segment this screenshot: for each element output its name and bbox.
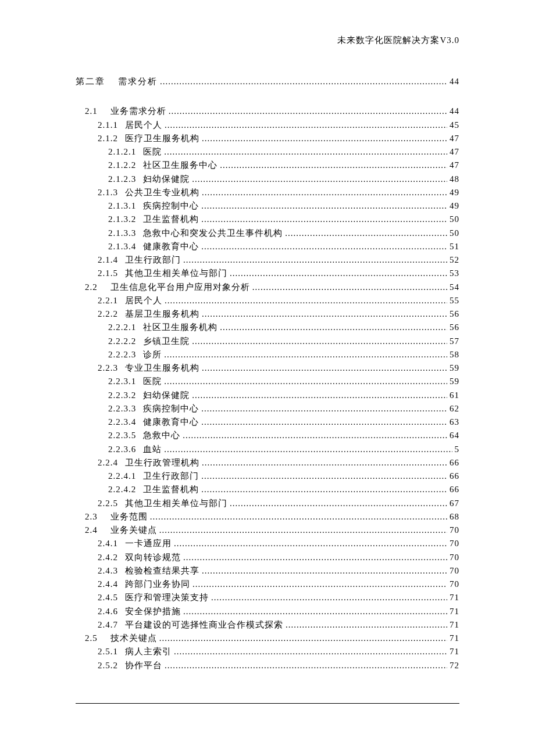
toc-entry-page: 66: [450, 470, 459, 483]
toc-entry-page: 44: [450, 75, 459, 88]
toc-leader-dots: [165, 119, 447, 132]
toc-entry-title: 检验检查结果共享: [125, 564, 199, 578]
toc-leader-dots: [174, 645, 447, 658]
toc-entry-title: 技术关键点: [110, 632, 157, 645]
toc-entry: 2.1.3.3急救中心和突发公共卫生事件机构50: [108, 227, 459, 240]
toc-entry-page: 5: [455, 443, 460, 456]
toc-entry-page: 54: [450, 281, 459, 294]
toc-entry-number: 2.2.5: [98, 497, 118, 510]
toc-leader-dots: [150, 510, 447, 524]
toc-entry-number: 2.1: [85, 105, 98, 118]
toc-leader-dots: [230, 267, 447, 280]
toc-entry-page: 50: [450, 213, 459, 226]
toc-entry-number: 2.2.3.3: [108, 402, 136, 415]
toc-leader-dots: [159, 632, 447, 645]
toc-entry: 2.1.4卫生行政部门52: [98, 253, 459, 267]
toc-leader-dots: [192, 578, 447, 591]
toc-entry-title: 公共卫生专业机构: [125, 186, 199, 199]
toc-entry-title: 妇幼保健院: [143, 389, 190, 402]
toc-leader-dots: [202, 132, 447, 145]
toc-entry-number: 2.4.6: [98, 605, 118, 618]
toc-entry-title: 需求分析: [118, 75, 158, 88]
toc-entry-number: 2.4.3: [98, 564, 118, 578]
toc-entry-page: 70: [450, 564, 459, 578]
toc-leader-dots: [164, 375, 447, 388]
toc-entry-number: 2.4.1: [98, 537, 118, 550]
footer-rule: [76, 703, 459, 704]
toc-leader-dots: [202, 564, 447, 578]
toc-entry-page: 45: [450, 119, 459, 132]
toc-entry-page: 70: [450, 537, 459, 550]
toc-entry: 2.2.3.6血站5: [108, 443, 459, 456]
toc-entry: 2.1.3公共卫生专业机构49: [98, 186, 459, 199]
toc-entry-title: 健康教育中心: [143, 415, 199, 429]
toc-entry-title: 其他卫生相关单位与部门: [125, 497, 227, 510]
toc-entry-page: 57: [450, 335, 459, 348]
toc-entry-number: 2.1.2.1: [108, 145, 136, 159]
toc-entry-title: 疾病控制中心: [143, 199, 199, 213]
toc-entry-number: 2.2.3.2: [108, 389, 136, 402]
toc-entry: 2.4.5医疗和管理决策支持71: [98, 591, 459, 604]
toc-leader-dots: [159, 524, 447, 537]
document-page: 未来数字化医院解决方案V3.0 第二章需求分析442.1业务需求分析442.1.…: [0, 0, 535, 719]
toc-entry-title: 卫生信息化平台用户应用对象分析: [110, 281, 250, 294]
toc-entry: 2.4.4跨部门业务协同70: [98, 578, 459, 591]
toc-entry-title: 社区卫生服务中心: [143, 159, 217, 172]
toc-entry-number: 2.1.3.3: [108, 227, 136, 240]
toc-leader-dots: [165, 659, 447, 672]
toc-entry-number: 2.2.3.1: [108, 375, 136, 388]
toc-entry: 2.5技术关键点71: [85, 632, 459, 645]
toc-entry-title: 妇幼保健院: [143, 173, 190, 186]
toc-entry-number: 2.2.3.5: [108, 429, 136, 442]
toc-leader-dots: [165, 294, 447, 307]
toc-entry: 2.2.4卫生行政管理机构66: [98, 456, 459, 470]
toc-leader-dots: [252, 281, 447, 294]
toc-entry-page: 66: [450, 456, 459, 470]
toc-leader-dots: [220, 159, 447, 172]
toc-entry-title: 卫生监督机构: [143, 483, 199, 496]
toc-entry: 2.2.3.3疾病控制中心62: [108, 402, 459, 415]
toc-entry-number: 第二章: [76, 75, 105, 88]
toc-entry-number: 2.5.2: [98, 659, 118, 672]
toc-entry: 2.1.2.1医院47: [108, 145, 459, 159]
toc-leader-dots: [192, 335, 447, 348]
toc-leader-dots: [160, 75, 447, 88]
toc-entry-title: 卫生行政部门: [143, 470, 199, 483]
toc-leader-dots: [201, 240, 447, 253]
toc-entry: 2.2.3.1医院59: [108, 375, 459, 388]
toc-entry: 2.1业务需求分析44: [85, 105, 459, 118]
toc-entry-number: 2.2.4.2: [108, 483, 136, 496]
toc-entry-number: 2.5: [85, 632, 98, 645]
toc-entry-page: 49: [450, 199, 459, 213]
toc-entry: 2.1.3.1疾病控制中心49: [108, 199, 459, 213]
toc-entry-number: 2.1.5: [98, 267, 118, 280]
toc-leader-dots: [230, 497, 447, 510]
toc-entry-page: 62: [450, 402, 459, 415]
toc-entry-title: 诊所: [143, 348, 162, 361]
toc-entry: 2.2.3.2妇幼保健院61: [108, 389, 459, 402]
toc-entry-number: 2.1.3.2: [108, 213, 136, 226]
toc-entry-number: 2.4.2: [98, 551, 118, 564]
toc-leader-dots: [174, 537, 447, 550]
toc-entry-title: 其他卫生相关单位与部门: [125, 267, 227, 280]
toc-entry-page: 70: [450, 524, 459, 537]
toc-entry-page: 59: [450, 375, 459, 388]
toc-entry-page: 63: [450, 415, 459, 429]
toc-entry-title: 跨部门业务协同: [125, 578, 190, 591]
toc-entry-page: 71: [450, 618, 459, 632]
toc-entry-page: 50: [450, 227, 459, 240]
toc-entry-title: 卫生监督机构: [143, 213, 199, 226]
toc-entry-page: 64: [450, 429, 459, 442]
toc-entry-number: 2.2.4.1: [108, 470, 136, 483]
toc-leader-dots: [202, 186, 447, 199]
toc-entry-title: 平台建设的可选择性商业合作模式探索: [125, 618, 283, 632]
toc-entry-page: 47: [450, 145, 459, 159]
toc-entry: 2.4.2双向转诊规范70: [98, 551, 459, 564]
toc-entry-number: 2.2.1: [98, 294, 118, 307]
toc-entry-title: 基层卫生服务机构: [125, 307, 199, 321]
toc-entry-title: 病人主索引: [125, 645, 172, 658]
toc-leader-dots: [202, 307, 447, 321]
toc-entry-number: 2.2.3: [98, 361, 118, 375]
toc-entry-page: 66: [450, 483, 459, 496]
toc-entry-title: 疾病控制中心: [143, 402, 199, 415]
